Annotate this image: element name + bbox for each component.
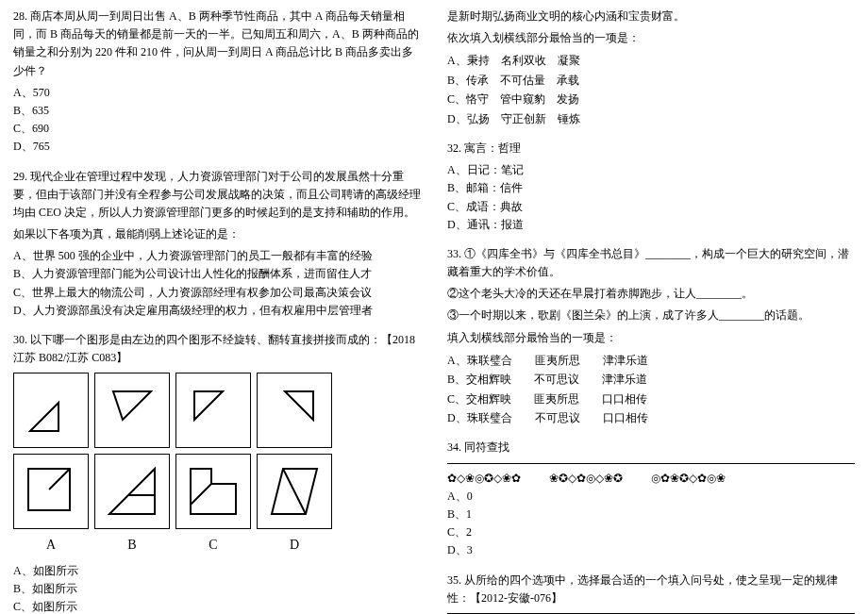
question-29: 29. 现代企业在管理过程中发现，人力资源管理部门对于公司的发展虽然十分重要，但… (13, 168, 421, 321)
exam-page: 28. 商店本周从周一到周日出售 A、B 两种季节性商品，其中 A 商品每天销量… (0, 0, 868, 614)
q32-opt-d: D、通讯：报道 (447, 216, 855, 234)
q33-options: A、珠联璧合 匪夷所思 津津乐道 B、交相辉映 不可思议 津津乐道 C、交相辉映… (447, 351, 855, 428)
q34-opt-c: C、2 (447, 523, 855, 541)
q30-labels: A B C D (13, 535, 421, 556)
q30-lab-d: D (257, 535, 332, 556)
q34-sym3: ◎✿❀✪◇✿◎❀ (651, 470, 726, 488)
q30-lab-a: A (13, 535, 89, 556)
q33-opt-d: D、珠联璧合 不可思议 口口相传 (447, 408, 855, 427)
q31c-line1: 是新时期弘扬商业文明的核心内涵和宝贵财富。 (447, 8, 855, 25)
q30-given-shapes (13, 373, 421, 448)
q29-opt-d: D、人力资源部虽没有决定雇用高级经理的权力，但有权雇用中层管理者 (13, 302, 421, 320)
q30-ans-b (94, 454, 170, 529)
q34-options: A、0 B、1 C、2 D、3 (447, 488, 855, 560)
question-33: 33. ①《四库全书》与《四库全书总目》________，构成一个巨大的研究空间… (447, 245, 855, 428)
q29-opt-a: A、世界 500 强的企业中，人力资源管理部门的员工一般都有丰富的经验 (13, 247, 421, 265)
svg-marker-3 (285, 391, 313, 420)
q34-opt-d: D、3 (447, 541, 855, 559)
q31c-line2: 依次填入划横线部分最恰当的一项是： (447, 29, 855, 47)
question-28: 28. 商店本周从周一到周日出售 A、B 两种季节性商品，其中 A 商品每天销量… (13, 8, 421, 157)
q30-given-2 (94, 373, 170, 448)
q34-stem: 34. 同符查找 (447, 439, 855, 456)
question-35: 35. 从所给的四个选项中，选择最合适的一个填入问号处，使之呈现一定的规律性：【… (447, 572, 855, 615)
q33-l2: ②这个老头大冷的天还在早晨打着赤脚跑步，让人________。 (447, 285, 855, 303)
q33-l1: 33. ①《四库全书》与《四库全书总目》________，构成一个巨大的研究空间… (447, 245, 855, 281)
q30-answer-shapes (13, 454, 421, 529)
q31c-opt-d: D、弘扬 守正创新 锤炼 (447, 109, 855, 128)
q28-options: A、570 B、635 C、690 D、765 (13, 84, 421, 157)
q28-stem: 28. 商店本周从周一到周日出售 A、B 两种季节性商品，其中 A 商品每天销量… (13, 8, 421, 80)
q32-opt-a: A、日记：笔记 (447, 161, 855, 179)
q30-ans-c (175, 454, 251, 529)
q28-opt-b: B、635 (13, 102, 421, 120)
q31c-opt-a: A、秉持 名利双收 凝聚 (447, 51, 855, 70)
svg-line-9 (191, 484, 211, 505)
right-column: 是新时期弘扬商业文明的核心内涵和宝贵财富。 依次填入划横线部分最恰当的一项是： … (434, 0, 868, 614)
q28-opt-a: A、570 (13, 84, 421, 102)
q30-opt-c: C、如图所示 (13, 598, 421, 614)
question-32: 32. 寓言：哲理 A、日记：笔记 B、邮箱：信件 C、成语：典故 D、通讯：报… (447, 140, 855, 234)
svg-marker-8 (191, 469, 236, 514)
q28-opt-d: D、765 (13, 138, 421, 156)
q33-opt-a: A、珠联璧合 匪夷所思 津津乐道 (447, 351, 855, 370)
q31c-opt-c: C、恪守 管中窥豹 发扬 (447, 90, 855, 108)
q32-opt-b: B、邮箱：信件 (447, 179, 855, 197)
q35-stem: 35. 从所给的四个选项中，选择最合适的一个填入问号处，使之呈现一定的规律性：【… (447, 572, 855, 607)
q31c-options: A、秉持 名利双收 凝聚 B、传承 不可估量 承载 C、恪守 管中窥豹 发扬 D… (447, 51, 855, 128)
svg-marker-6 (109, 469, 155, 514)
q33-opt-b: B、交相辉映 不可思议 津津乐道 (447, 370, 855, 389)
q33-opt-c: C、交相辉映 匪夷所思 口口相传 (447, 390, 855, 408)
q32-opt-c: C、成语：典故 (447, 198, 855, 216)
q31c-opt-b: B、传承 不可估量 承载 (447, 71, 855, 90)
q34-symbols: ✿◇❀◎✪◇❀✿ ❀✪◇✿◎◇❀✪ ◎✿❀✪◇✿◎❀ (447, 470, 855, 488)
q32-stem: 32. 寓言：哲理 (447, 140, 855, 158)
q34-opt-a: A、0 (447, 488, 855, 506)
q30-lab-b: B (94, 535, 170, 556)
q34-sym1: ✿◇❀◎✪◇❀✿ (447, 470, 521, 488)
question-34: 34. 同符查找 ✿◇❀◎✪◇❀✿ ❀✪◇✿◎◇❀✪ ◎✿❀✪◇✿◎❀ A、0 … (447, 439, 855, 559)
q30-lab-c: C (175, 535, 251, 556)
q33-l4: 填入划横线部分最恰当的一项是： (447, 329, 855, 347)
left-column: 28. 商店本周从周一到周日出售 A、B 两种季节性商品，其中 A 商品每天销量… (0, 0, 434, 614)
svg-marker-2 (194, 391, 223, 420)
q28-opt-c: C、690 (13, 120, 421, 138)
q30-ans-d (257, 454, 332, 529)
q30-given-4 (257, 373, 332, 448)
question-31-continued: 是新时期弘扬商业文明的核心内涵和宝贵财富。 依次填入划横线部分最恰当的一项是： … (447, 8, 855, 128)
svg-line-5 (49, 469, 70, 490)
q30-options: A、如图所示 B、如图所示 C、如图所示 D、如图所示 (13, 562, 421, 614)
q29-stem: 29. 现代企业在管理过程中发现，人力资源管理部门对于公司的发展虽然十分重要，但… (13, 168, 421, 223)
svg-marker-1 (113, 391, 151, 420)
svg-line-11 (283, 469, 306, 514)
q34-sym2: ❀✪◇✿◎◇❀✪ (549, 470, 623, 488)
q30-opt-b: B、如图所示 (13, 580, 421, 598)
q34-opt-b: B、1 (447, 506, 855, 523)
q30-ans-a (13, 454, 89, 529)
q29-sub: 如果以下各项为真，最能削弱上述论证的是： (13, 225, 421, 243)
q34-divider (447, 463, 855, 464)
q33-l3: ③一个时期以来，歌剧《图兰朵》的上演，成了许多人________的话题。 (447, 307, 855, 324)
q29-opt-c: C、世界上最大的物流公司，人力资源部经理有权参加公司最高决策会议 (13, 284, 421, 302)
q32-options: A、日记：笔记 B、邮箱：信件 C、成语：典故 D、通讯：报道 (447, 161, 855, 234)
q30-opt-a: A、如图所示 (13, 562, 421, 580)
question-30: 30. 以下哪一个图形是由左边的四个图形不经旋转、翻转直接拼接而成的：【2018… (13, 331, 421, 614)
svg-marker-0 (30, 403, 58, 431)
q29-options: A、世界 500 强的企业中，人力资源管理部门的员工一般都有丰富的经验 B、人力… (13, 247, 421, 320)
q29-opt-b: B、人力资源管理部门能为公司设计出人性化的报酬体系，进而留住人才 (13, 265, 421, 283)
q30-given-3 (175, 373, 251, 448)
q30-stem: 30. 以下哪一个图形是由左边的四个图形不经旋转、翻转直接拼接而成的：【2018… (13, 331, 421, 367)
q30-given-1 (13, 373, 89, 448)
